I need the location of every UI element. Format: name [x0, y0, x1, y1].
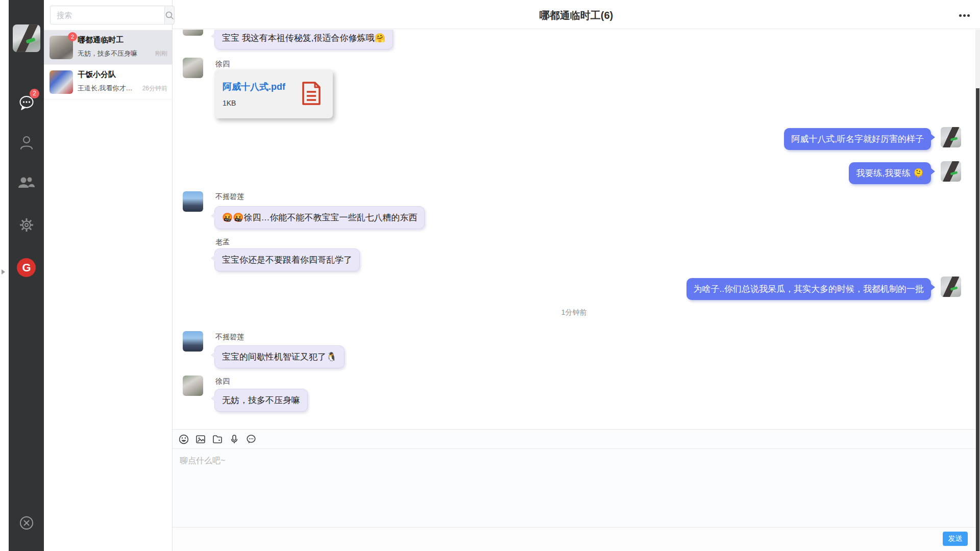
avatar-self[interactable] — [941, 161, 961, 182]
avatar-xusi[interactable] — [183, 58, 203, 78]
avatar-buyaobilian[interactable] — [183, 191, 203, 212]
user-avatar[interactable] — [13, 24, 40, 52]
nav-sidebar: 2 — [9, 0, 44, 551]
close-icon — [19, 516, 34, 530]
sidebar-item-settings[interactable] — [9, 215, 44, 235]
unread-badge: 2 — [30, 89, 39, 98]
composer: 发送 — [173, 429, 975, 551]
sender-name: 老孟 — [215, 238, 230, 247]
file-message-card[interactable]: 阿威十八式.pdf 1KB — [214, 69, 333, 118]
sidebar-item-contacts[interactable] — [9, 133, 44, 153]
message-bubble: 宝宝你还是不要跟着你四哥乱学了 — [214, 248, 360, 271]
message-bubble: 无妨，技多不压身嘛 — [214, 389, 308, 412]
avatar-self[interactable] — [941, 277, 961, 297]
chat-list-item-ganfan[interactable]: 干饭小分队 王道长,我看你才… 26分钟前 — [44, 65, 172, 99]
avatar-xusi[interactable] — [183, 30, 203, 36]
expand-arrow-icon[interactable] — [2, 269, 5, 274]
sidebar-item-close[interactable] — [9, 513, 44, 533]
search-input[interactable] — [50, 6, 164, 24]
file-size: 1KB — [223, 99, 236, 107]
emoji-icon[interactable] — [179, 434, 189, 444]
conversation-list-panel: 2 哪都通临时工 无妨，技多不压身嘛 刚刚 干饭小分队 王道长,我看你才… 26… — [44, 0, 173, 551]
search-bar — [50, 6, 169, 24]
search-button[interactable] — [164, 6, 175, 24]
message-input[interactable] — [173, 449, 975, 527]
send-row: 发送 — [173, 527, 975, 551]
sidebar-item-groups[interactable] — [9, 172, 44, 193]
g-logo: G — [17, 258, 36, 277]
message-bubble: 宝宝 我这有本祖传秘笈,很适合你修炼哦🤗 — [214, 30, 393, 49]
chat-time: 刚刚 — [155, 49, 167, 58]
scrollbar-thumb[interactable] — [976, 88, 979, 551]
file-name: 阿威十八式.pdf — [223, 81, 285, 93]
message-bubble: 为啥子..你们总说我呆瓜，其实大多的时候，我都机制的一批 — [687, 278, 931, 300]
left-edge-strip — [0, 0, 9, 551]
chat-record-icon[interactable] — [246, 434, 256, 444]
chat-preview: 无妨，技多不压身嘛 — [78, 49, 137, 58]
image-icon[interactable] — [195, 434, 206, 444]
folder-icon[interactable] — [212, 434, 223, 444]
time-divider: 1分钟前 — [173, 308, 975, 317]
chat-preview: 王道长,我看你才… — [78, 84, 133, 93]
contact-person-icon — [19, 135, 34, 151]
pdf-file-icon — [301, 82, 322, 105]
chat-list-item-nadoutong[interactable]: 2 哪都通临时工 无妨，技多不压身嘛 刚刚 — [44, 30, 172, 65]
message-bubble: 🤬🤬徐四…你能不能不教宝宝一些乱七八糟的东西 — [214, 206, 425, 229]
sidebar-app-logo[interactable]: G — [9, 257, 44, 278]
chat-time: 26分钟前 — [142, 84, 167, 93]
message-bubble: 宝宝的间歇性机智证又犯了🐧 — [214, 345, 345, 368]
avatar-laomeng[interactable] — [183, 236, 203, 257]
sender-name: 不摇碧莲 — [215, 192, 244, 202]
search-icon — [165, 11, 174, 20]
message-history: 宝宝 我这有本祖传秘笈,很适合你修炼哦🤗 徐四 阿威十八式.pdf 1KB 阿威… — [173, 30, 975, 429]
message-bubble: 阿威十八式,听名字就好厉害的样子 — [784, 128, 931, 150]
more-menu-icon[interactable] — [957, 11, 971, 19]
chat-header: 哪都通临时工(6) — [173, 0, 980, 29]
unread-badge: 2 — [68, 32, 77, 41]
group-people-icon — [18, 176, 35, 190]
sidebar-item-chats[interactable]: 2 — [9, 93, 44, 113]
chat-main-panel: 哪都通临时工(6) 宝宝 我这有本祖传秘笈,很适合你修炼哦🤗 徐四 阿威十八式.… — [173, 0, 980, 551]
chat-header-title: 哪都通临时工(6) — [173, 9, 980, 22]
sender-name: 不摇碧莲 — [215, 333, 244, 342]
mic-icon[interactable] — [229, 434, 239, 444]
scrollbar-track[interactable] — [975, 30, 980, 551]
avatar-xusi[interactable] — [183, 375, 203, 396]
settings-gear-icon — [19, 217, 34, 233]
send-button[interactable]: 发送 — [943, 532, 968, 546]
message-bubble: 我要练,我要练 🫠 — [849, 162, 931, 184]
chat-title: 哪都通临时工 — [78, 35, 167, 45]
group-avatar: 2 — [50, 36, 73, 59]
composer-toolbar — [173, 430, 975, 449]
avatar-self[interactable] — [941, 127, 961, 147]
chat-title: 干饭小分队 — [78, 69, 167, 80]
group-avatar — [50, 70, 73, 94]
app-window: 2 — [0, 0, 980, 551]
sender-name: 徐四 — [215, 377, 230, 386]
avatar-buyaobilian[interactable] — [183, 331, 203, 352]
sender-name: 徐四 — [215, 60, 230, 69]
